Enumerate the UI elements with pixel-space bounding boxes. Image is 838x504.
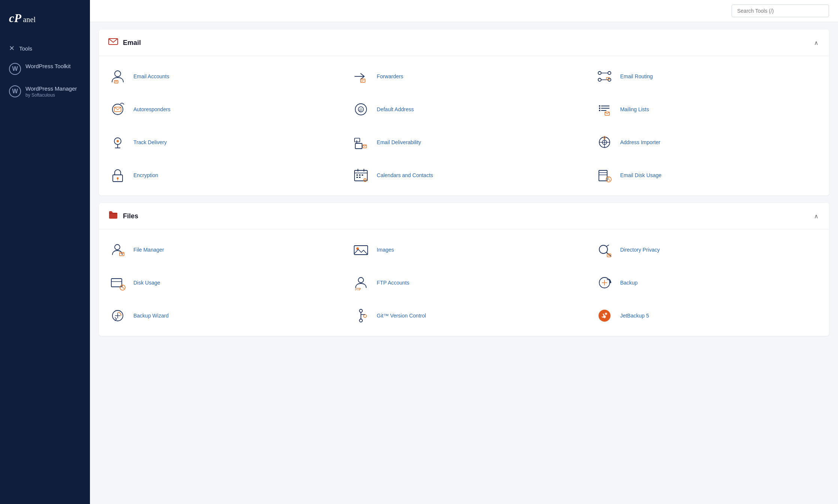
svg-point-24 (599, 110, 600, 111)
svg-point-81 (605, 313, 607, 315)
tool-forwarders[interactable]: Forwarders (342, 60, 585, 93)
tool-mailing-lists[interactable]: Mailing Lists (586, 93, 829, 126)
backup-wizard-icon (108, 306, 127, 325)
tool-email-deliverability[interactable]: Email Deliverability (342, 126, 585, 159)
encryption-label: Encryption (133, 172, 158, 178)
ftp-accounts-icon: FTP (351, 273, 371, 292)
email-deliverability-label: Email Deliverability (377, 139, 421, 145)
svg-point-38 (117, 177, 119, 179)
forwarders-label: Forwarders (377, 73, 403, 79)
svg-point-3 (115, 71, 121, 77)
svg-point-23 (599, 107, 600, 109)
directory-privacy-label: Directory Privacy (620, 247, 660, 253)
default-address-label: Default Address (377, 106, 414, 112)
backup-icon (595, 273, 614, 292)
svg-line-61 (606, 245, 609, 246)
tool-backup[interactable]: Backup (586, 266, 829, 299)
logo: cP anel (0, 7, 90, 39)
svg-point-9 (598, 78, 601, 81)
tool-calendars-contacts[interactable]: Calendars and Contacts (342, 159, 585, 192)
wrench-icon: ✕ (9, 44, 15, 52)
sidebar-item-tools[interactable]: ✕ Tools (0, 39, 90, 58)
tool-email-accounts[interactable]: Email Accounts (99, 60, 342, 93)
wp-manager-icon: W (9, 85, 21, 97)
files-tools-grid: File Manager Images (99, 230, 829, 336)
encryption-icon (108, 166, 127, 185)
svg-point-27 (117, 140, 119, 142)
ftp-accounts-label: FTP Accounts (377, 280, 409, 286)
calendars-contacts-icon (351, 166, 371, 185)
email-routing-icon (595, 67, 614, 86)
tool-address-importer[interactable]: Address Importer (586, 126, 829, 159)
tool-file-manager[interactable]: File Manager (99, 233, 342, 266)
sidebar-item-wp-manager[interactable]: W WordPress Manager by Softaculous (0, 80, 90, 103)
autoresponders-icon (108, 100, 127, 119)
svg-point-76 (359, 319, 362, 322)
tool-track-delivery[interactable]: Track Delivery (99, 126, 342, 159)
images-label: Images (377, 247, 394, 253)
files-section-title: Files (108, 210, 138, 222)
track-delivery-label: Track Delivery (133, 139, 167, 145)
files-section-header: Files ∧ (99, 203, 829, 230)
files-section-icon (108, 210, 118, 222)
svg-text:anel: anel (23, 15, 36, 24)
svg-point-54 (115, 245, 120, 250)
svg-rect-48 (359, 177, 361, 178)
backup-wizard-label: Backup Wizard (133, 313, 169, 319)
sidebar-wp-manager-label: WordPress Manager (25, 85, 77, 92)
svg-point-8 (608, 72, 611, 75)
calendars-contacts-label: Calendars and Contacts (377, 172, 433, 178)
email-routing-label: Email Routing (620, 73, 653, 79)
sidebar-item-wp-toolkit[interactable]: W WordPress Toolkit (0, 58, 90, 80)
tool-ftp-accounts[interactable]: FTP FTP Accounts (342, 266, 585, 299)
address-importer-icon (595, 133, 614, 152)
disk-usage-label: Disk Usage (133, 280, 160, 286)
svg-text:FTP: FTP (355, 288, 361, 291)
default-address-icon: @ (351, 100, 371, 119)
sidebar-wp-manager-sublabel: by Softaculous (25, 92, 77, 98)
search-input[interactable] (732, 4, 829, 17)
tool-email-disk-usage[interactable]: Email Disk Usage (586, 159, 829, 192)
svg-point-78 (364, 315, 367, 318)
email-accounts-icon (108, 67, 127, 86)
tool-backup-wizard[interactable]: Backup Wizard (99, 299, 342, 332)
tool-directory-privacy[interactable]: Directory Privacy (586, 233, 829, 266)
tool-git-version-control[interactable]: Git™ Version Control (342, 299, 585, 332)
mailing-lists-icon (595, 100, 614, 119)
svg-rect-64 (111, 279, 122, 287)
email-deliverability-icon (351, 133, 371, 152)
tool-disk-usage[interactable]: Disk Usage (99, 266, 342, 299)
file-manager-label: File Manager (133, 247, 164, 253)
tool-images[interactable]: Images (342, 233, 585, 266)
tool-default-address[interactable]: @ Default Address (342, 93, 585, 126)
tool-email-routing[interactable]: Email Routing (586, 60, 829, 93)
email-collapse-button[interactable]: ∧ (813, 38, 820, 48)
files-section: Files ∧ File Manager (99, 203, 829, 336)
svg-rect-46 (362, 174, 363, 176)
disk-usage-icon (108, 273, 127, 292)
svg-point-7 (598, 72, 601, 75)
autoresponders-label: Autoresponders (133, 106, 171, 112)
jetbackup5-label: JetBackup 5 (620, 313, 649, 319)
tool-encryption[interactable]: Encryption (99, 159, 342, 192)
email-section-title: Email (108, 36, 141, 49)
mailing-lists-label: Mailing Lists (620, 106, 649, 112)
svg-point-67 (358, 277, 364, 283)
tool-jetbackup5[interactable]: J JetBackup 5 (586, 299, 829, 332)
email-accounts-label: Email Accounts (133, 73, 169, 79)
backup-label: Backup (620, 280, 638, 286)
git-version-control-label: Git™ Version Control (377, 313, 426, 319)
sidebar-tools-label: Tools (19, 45, 32, 52)
git-version-control-icon (351, 306, 371, 325)
svg-rect-31 (355, 138, 360, 142)
tool-autoresponders[interactable]: Autoresponders (99, 93, 342, 126)
email-section-header: Email ∧ (99, 30, 829, 56)
svg-rect-6 (361, 79, 365, 82)
files-section-label: Files (123, 212, 138, 220)
svg-point-14 (112, 104, 123, 115)
email-tools-grid: Email Accounts Forwarders (99, 56, 829, 195)
jetbackup5-icon: J (595, 306, 614, 325)
files-collapse-button[interactable]: ∧ (813, 211, 820, 221)
svg-rect-29 (355, 143, 362, 149)
forwarders-icon (351, 67, 371, 86)
